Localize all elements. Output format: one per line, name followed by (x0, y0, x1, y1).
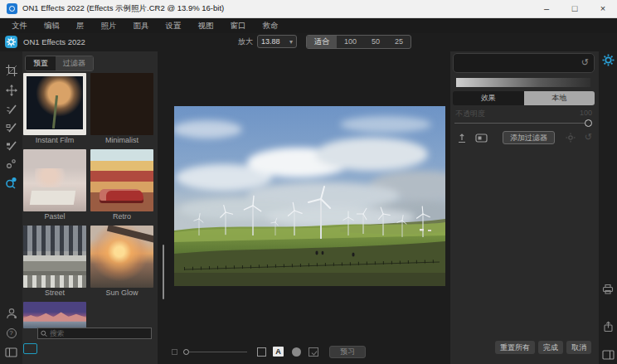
crop-tool-button[interactable] (0, 62, 22, 79)
opacity-slider-track[interactable] (454, 123, 590, 124)
cancel-button[interactable]: 取消 (566, 341, 591, 354)
settings-flyout-button[interactable] (601, 53, 615, 66)
help-button[interactable]: ? (0, 325, 22, 342)
right-panel-icon (602, 350, 615, 360)
preset-thumbnail-pastel[interactable] (23, 149, 86, 211)
paint-brush-tool-button[interactable] (0, 100, 22, 117)
preset-search[interactable] (37, 328, 152, 339)
preset-item[interactable]: Street (23, 226, 86, 302)
mask-view-off-icon[interactable] (257, 347, 266, 357)
window-controls: – □ × (532, 0, 617, 18)
windmill-photo (174, 106, 445, 286)
toggle-left-panel-button[interactable] (0, 344, 22, 361)
panel-scrollbar[interactable] (163, 245, 164, 299)
move-tool-button[interactable] (0, 82, 22, 99)
preset-thumbnail-retro[interactable] (90, 149, 153, 211)
browse-mode-button[interactable] (23, 343, 37, 354)
menu-mask[interactable]: 面具 (125, 18, 158, 33)
preset-item[interactable]: Minimalist (90, 73, 153, 149)
masking-brush-tool-button[interactable] (0, 119, 22, 135)
menu-window[interactable]: 窗口 (222, 18, 255, 33)
window-title: ON1 Effects 2022 (Effects 示例照片.CR2 @ 13.… (22, 3, 224, 14)
compare-view-icon[interactable] (308, 347, 318, 357)
opacity-slider-knob[interactable] (585, 119, 592, 127)
filter-reset-icon[interactable]: ↺ (585, 132, 592, 143)
preset-thumbnail-street[interactable] (23, 226, 86, 288)
tab-filters[interactable]: 过滤器 (56, 56, 93, 70)
histogram-gradient-strip (456, 78, 590, 87)
add-filter-button[interactable]: 添加过滤器 (503, 131, 555, 144)
mask-view-grayscale-icon[interactable] (292, 347, 301, 357)
menu-view[interactable]: 视图 (190, 18, 222, 33)
share-export-button[interactable] (601, 320, 615, 333)
menu-photo[interactable]: 照片 (93, 18, 125, 33)
preset-item[interactable]: Sun Glow (90, 226, 153, 302)
photo-preview[interactable] (174, 106, 445, 286)
gradient-mask-tool-button[interactable] (0, 137, 22, 153)
dots-icon (6, 158, 17, 169)
help-icon: ? (7, 328, 17, 338)
preset-label: Pastel (23, 211, 86, 222)
print-button[interactable] (601, 282, 615, 295)
zoom-value-dropdown[interactable]: 13.88 ▾ (257, 35, 297, 48)
move-icon (6, 85, 17, 96)
menu-settings[interactable]: 设置 (158, 18, 190, 33)
tab-local[interactable]: 本地 (524, 91, 595, 105)
preset-thumbnail-minimalist[interactable] (90, 73, 153, 135)
opacity-value: 100 (580, 109, 592, 117)
close-button[interactable]: × (589, 0, 617, 18)
maximize-button[interactable]: □ (561, 0, 589, 18)
preset-item[interactable]: Retro (90, 149, 153, 226)
preview-zoom-slider-track[interactable] (189, 352, 247, 352)
menu-help[interactable]: 救命 (255, 18, 287, 33)
canvas-area: A 预习 (158, 51, 450, 364)
preset-thumbnail-partial[interactable] (23, 302, 86, 328)
masking-brush-icon (6, 122, 17, 133)
mask-view-overlay-icon[interactable]: A (273, 347, 284, 357)
preview-controls-bar: A 预习 (158, 343, 450, 360)
preset-item[interactable]: Pastel (23, 149, 86, 226)
filter-actions-row: 添加过滤器 ↺ (450, 131, 599, 146)
navigator-icon[interactable] (172, 349, 177, 355)
preset-state-box[interactable]: ↺ (453, 53, 595, 73)
preset-panel-tabs: 预置 过滤器 (25, 56, 94, 71)
zoom-25-button[interactable]: 25 (387, 36, 411, 48)
zoom-label: 放大 (238, 36, 253, 47)
zoom-100-button[interactable]: 100 (337, 36, 364, 48)
user-icon (6, 308, 17, 319)
tool-strip: ? (0, 51, 22, 364)
quick-mask-icon (5, 177, 17, 189)
tab-effects[interactable]: 效果 (453, 91, 524, 105)
preview-zoom-slider-knob[interactable] (183, 349, 189, 355)
reset-all-button[interactable]: 重置所有 (495, 341, 535, 354)
tab-presets[interactable]: 预置 (26, 56, 56, 70)
minimize-button[interactable]: – (532, 0, 561, 18)
effects-panel-tabs: 效果 本地 (453, 91, 595, 105)
mask-preview-icon[interactable] (475, 133, 488, 143)
toggle-right-panel-button[interactable] (601, 348, 615, 362)
export-luminosity-icon[interactable] (457, 133, 467, 143)
effects-panel: ↺ 效果 本地 不透明度 100 添加过滤器 ↺ 重置所有 完成 取消 (450, 51, 599, 364)
preset-item[interactable] (23, 302, 86, 328)
preset-thumbnail-sun-glow[interactable] (90, 226, 153, 288)
account-button[interactable] (0, 305, 22, 322)
done-button[interactable]: 完成 (538, 341, 563, 354)
preset-item[interactable]: Instant Film (23, 73, 86, 149)
fit-button[interactable]: 适合 (307, 36, 337, 48)
ai-quick-mask-tool-button-active[interactable] (0, 174, 22, 191)
filter-options-gear-icon[interactable] (566, 133, 576, 143)
preset-thumbnail-instant-film[interactable] (23, 73, 86, 135)
preset-label: Retro (90, 211, 153, 222)
menu-layer[interactable]: 层 (68, 18, 93, 33)
menu-file[interactable]: 文件 (3, 18, 36, 33)
zoom-control: 放大 13.88 ▾ (238, 35, 297, 48)
zoom-50-button[interactable]: 50 (364, 36, 387, 48)
preset-label: Instant Film (23, 135, 86, 146)
search-input[interactable] (50, 329, 148, 337)
zoom-preset-group: 适合 100 50 25 (306, 35, 411, 49)
perfect-eraser-tool-button[interactable] (0, 155, 22, 172)
reset-icon[interactable]: ↺ (581, 57, 589, 68)
menubar: 文件 编辑 层 照片 面具 设置 视图 窗口 救命 (0, 18, 617, 33)
menu-edit[interactable]: 编辑 (36, 18, 68, 33)
preview-button[interactable]: 预习 (329, 346, 366, 358)
